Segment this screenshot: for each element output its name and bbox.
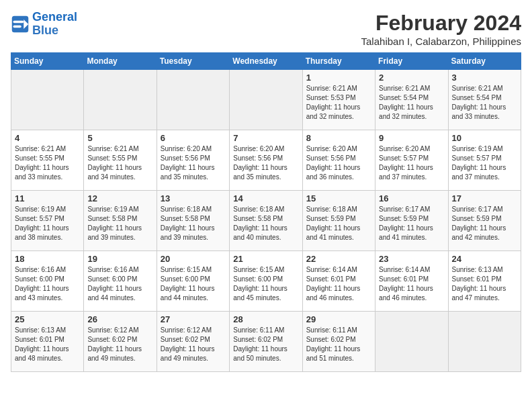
calendar-cell: 21Sunrise: 6:15 AM Sunset: 6:00 PM Dayli… [230,251,302,312]
cell-info: Sunrise: 6:13 AM Sunset: 6:01 PM Dayligh… [15,326,80,363]
day-number: 24 [452,254,517,264]
cell-info: Sunrise: 6:16 AM Sunset: 6:00 PM Dayligh… [87,265,152,303]
cell-info: Sunrise: 6:18 AM Sunset: 5:59 PM Dayligh… [306,205,371,242]
cell-info: Sunrise: 6:19 AM Sunset: 5:58 PM Dayligh… [87,205,152,242]
weekday-header-sunday: Sunday [11,53,84,70]
calendar-cell: 5Sunrise: 6:21 AM Sunset: 5:55 PM Daylig… [84,130,157,191]
cell-info: Sunrise: 6:11 AM Sunset: 6:02 PM Dayligh… [306,326,371,363]
cell-info: Sunrise: 6:12 AM Sunset: 6:02 PM Dayligh… [87,326,152,363]
calendar-cell: 14Sunrise: 6:18 AM Sunset: 5:58 PM Dayli… [230,191,302,251]
calendar-cell [230,70,302,130]
calendar-cell: 28Sunrise: 6:11 AM Sunset: 6:02 PM Dayli… [230,312,302,372]
weekday-header-thursday: Thursday [302,53,375,70]
calendar-cell [11,70,84,130]
calendar-cell: 2Sunrise: 6:21 AM Sunset: 5:54 PM Daylig… [375,70,448,130]
day-number: 5 [87,133,152,143]
day-number: 9 [379,133,444,143]
calendar-cell: 19Sunrise: 6:16 AM Sunset: 6:00 PM Dayli… [84,251,157,312]
day-number: 19 [87,254,152,264]
day-number: 26 [87,314,152,324]
logo-text: General Blue [32,11,77,38]
week-row-5: 25Sunrise: 6:13 AM Sunset: 6:01 PM Dayli… [11,312,521,372]
day-number: 1 [306,73,371,83]
day-number: 15 [306,193,371,203]
day-number: 12 [87,193,152,203]
page-header: General Blue February 2024 Talahiban I, … [11,11,521,47]
calendar-cell: 27Sunrise: 6:12 AM Sunset: 6:02 PM Dayli… [157,312,229,372]
cell-info: Sunrise: 6:15 AM Sunset: 6:00 PM Dayligh… [161,265,226,303]
day-number: 11 [15,193,80,203]
calendar-cell: 13Sunrise: 6:18 AM Sunset: 5:58 PM Dayli… [157,191,229,251]
calendar-cell: 6Sunrise: 6:20 AM Sunset: 5:56 PM Daylig… [157,130,229,191]
calendar-cell: 20Sunrise: 6:15 AM Sunset: 6:00 PM Dayli… [157,251,229,312]
week-row-4: 18Sunrise: 6:16 AM Sunset: 6:00 PM Dayli… [11,251,521,312]
day-number: 7 [233,133,298,143]
day-number: 29 [306,314,371,324]
cell-info: Sunrise: 6:18 AM Sunset: 5:58 PM Dayligh… [233,205,298,242]
cell-info: Sunrise: 6:21 AM Sunset: 5:55 PM Dayligh… [15,144,80,182]
calendar-cell [157,70,229,130]
cell-info: Sunrise: 6:11 AM Sunset: 6:02 PM Dayligh… [233,326,298,363]
weekday-header-row: SundayMondayTuesdayWednesdayThursdayFrid… [11,53,521,70]
calendar-cell [448,312,521,372]
cell-info: Sunrise: 6:17 AM Sunset: 5:59 PM Dayligh… [452,205,517,242]
cell-info: Sunrise: 6:12 AM Sunset: 6:02 PM Dayligh… [161,326,226,363]
day-number: 18 [15,254,80,264]
calendar-cell: 29Sunrise: 6:11 AM Sunset: 6:02 PM Dayli… [302,312,375,372]
cell-info: Sunrise: 6:18 AM Sunset: 5:58 PM Dayligh… [161,205,226,242]
month-year: February 2024 [361,11,521,36]
cell-info: Sunrise: 6:21 AM Sunset: 5:53 PM Dayligh… [306,84,371,122]
calendar-cell: 26Sunrise: 6:12 AM Sunset: 6:02 PM Dayli… [84,312,157,372]
cell-info: Sunrise: 6:13 AM Sunset: 6:01 PM Dayligh… [452,265,517,303]
day-number: 10 [452,133,517,143]
cell-info: Sunrise: 6:20 AM Sunset: 5:57 PM Dayligh… [379,144,444,182]
location: Talahiban I, Calabarzon, Philippines [361,36,521,47]
weekday-header-tuesday: Tuesday [157,53,229,70]
cell-info: Sunrise: 6:20 AM Sunset: 5:56 PM Dayligh… [161,144,226,182]
calendar-table: SundayMondayTuesdayWednesdayThursdayFrid… [11,52,521,372]
calendar-cell: 11Sunrise: 6:19 AM Sunset: 5:57 PM Dayli… [11,191,84,251]
day-number: 25 [15,314,80,324]
day-number: 14 [233,193,298,203]
cell-info: Sunrise: 6:21 AM Sunset: 5:54 PM Dayligh… [452,84,517,122]
svg-rect-3 [13,26,21,28]
calendar-cell: 23Sunrise: 6:14 AM Sunset: 6:01 PM Dayli… [375,251,448,312]
cell-info: Sunrise: 6:20 AM Sunset: 5:56 PM Dayligh… [306,144,371,182]
cell-info: Sunrise: 6:21 AM Sunset: 5:55 PM Dayligh… [87,144,152,182]
calendar-cell: 3Sunrise: 6:21 AM Sunset: 5:54 PM Daylig… [448,70,521,130]
day-number: 20 [161,254,226,264]
day-number: 27 [161,314,226,324]
calendar-cell: 8Sunrise: 6:20 AM Sunset: 5:56 PM Daylig… [302,130,375,191]
calendar-cell: 17Sunrise: 6:17 AM Sunset: 5:59 PM Dayli… [448,191,521,251]
calendar-cell: 22Sunrise: 6:14 AM Sunset: 6:01 PM Dayli… [302,251,375,312]
cell-info: Sunrise: 6:21 AM Sunset: 5:54 PM Dayligh… [379,84,444,122]
cell-info: Sunrise: 6:16 AM Sunset: 6:00 PM Dayligh… [15,265,80,303]
calendar-cell: 24Sunrise: 6:13 AM Sunset: 6:01 PM Dayli… [448,251,521,312]
day-number: 16 [379,193,444,203]
day-number: 2 [379,73,444,83]
cell-info: Sunrise: 6:15 AM Sunset: 6:00 PM Dayligh… [233,265,298,303]
calendar-cell: 1Sunrise: 6:21 AM Sunset: 5:53 PM Daylig… [302,70,375,130]
cell-info: Sunrise: 6:17 AM Sunset: 5:59 PM Dayligh… [379,205,444,242]
day-number: 23 [379,254,444,264]
cell-info: Sunrise: 6:19 AM Sunset: 5:57 PM Dayligh… [452,144,517,182]
logo: General Blue [11,11,77,38]
title-block: February 2024 Talahiban I, Calabarzon, P… [361,11,521,47]
cell-info: Sunrise: 6:14 AM Sunset: 6:01 PM Dayligh… [306,265,371,303]
calendar-cell [375,312,448,372]
cell-info: Sunrise: 6:20 AM Sunset: 5:56 PM Dayligh… [233,144,298,182]
day-number: 28 [233,314,298,324]
week-row-1: 1Sunrise: 6:21 AM Sunset: 5:53 PM Daylig… [11,70,521,130]
weekday-header-monday: Monday [84,53,157,70]
day-number: 17 [452,193,517,203]
day-number: 13 [161,193,226,203]
calendar-cell: 7Sunrise: 6:20 AM Sunset: 5:56 PM Daylig… [230,130,302,191]
day-number: 6 [161,133,226,143]
calendar-cell: 4Sunrise: 6:21 AM Sunset: 5:55 PM Daylig… [11,130,84,191]
cell-info: Sunrise: 6:14 AM Sunset: 6:01 PM Dayligh… [379,265,444,303]
calendar-cell: 12Sunrise: 6:19 AM Sunset: 5:58 PM Dayli… [84,191,157,251]
day-number: 21 [233,254,298,264]
calendar-cell: 10Sunrise: 6:19 AM Sunset: 5:57 PM Dayli… [448,130,521,191]
cell-info: Sunrise: 6:19 AM Sunset: 5:57 PM Dayligh… [15,205,80,242]
day-number: 4 [15,133,80,143]
